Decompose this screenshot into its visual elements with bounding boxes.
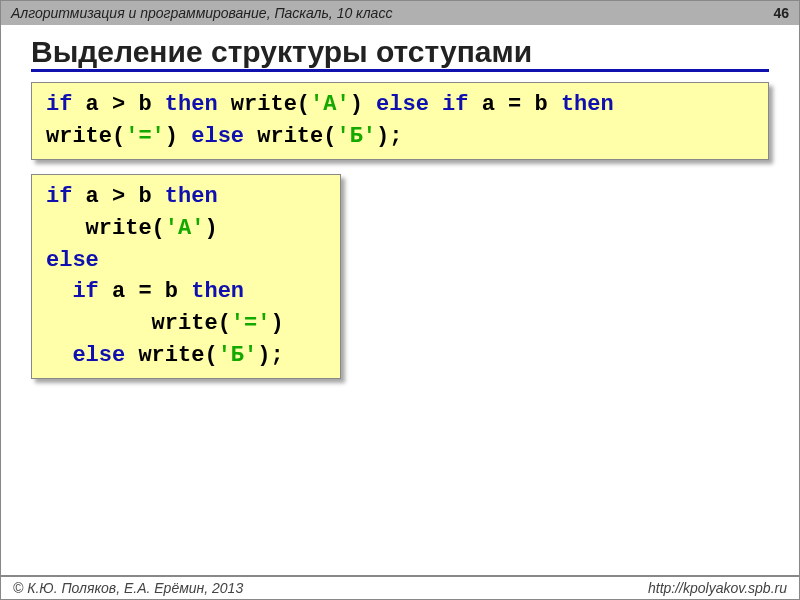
code-token: write( xyxy=(244,124,336,149)
code-token: ) xyxy=(165,124,191,149)
code-token: then xyxy=(561,92,614,117)
code-token: a = b xyxy=(469,92,561,117)
code-token: '=' xyxy=(231,311,271,336)
code-token: ); xyxy=(257,343,283,368)
slide-footer: © К.Ю. Поляков, Е.А. Ерёмин, 2013 http:/… xyxy=(1,575,799,599)
code-token: a = b xyxy=(99,279,191,304)
slide-header: Алгоритмизация и программирование, Паска… xyxy=(1,1,799,25)
code-token: if xyxy=(46,92,72,117)
code-token: write( xyxy=(46,311,231,336)
code-block-indented: if a > b then write('A') else if a = b t… xyxy=(31,174,341,379)
code-token: else xyxy=(376,92,429,117)
code-token: write( xyxy=(218,92,310,117)
code-block-inline: if a > b then write('A') else if a = b t… xyxy=(31,82,769,160)
code-token: ) xyxy=(270,311,283,336)
code-token xyxy=(46,343,72,368)
code-token: if xyxy=(442,92,468,117)
copyright-label: © К.Ю. Поляков, Е.А. Ерёмин, 2013 xyxy=(13,580,243,596)
code-token: if xyxy=(72,279,98,304)
code-token: then xyxy=(165,184,218,209)
code-token: '=' xyxy=(125,124,165,149)
slide-title: Выделение структуры отступами xyxy=(31,35,769,72)
code-token: then xyxy=(165,92,218,117)
code-token: ); xyxy=(376,124,402,149)
code-token: else xyxy=(72,343,125,368)
code-token: write( xyxy=(46,216,165,241)
code-token: 'A' xyxy=(165,216,205,241)
code-token xyxy=(46,279,72,304)
code-token: else xyxy=(46,248,99,273)
code-token: ) xyxy=(204,216,217,241)
course-label: Алгоритмизация и программирование, Паска… xyxy=(11,5,392,21)
code-token: 'A' xyxy=(310,92,350,117)
code-token: write( xyxy=(46,124,125,149)
code-token: if xyxy=(46,184,72,209)
code-token: 'Б' xyxy=(218,343,258,368)
footer-url: http://kpolyakov.spb.ru xyxy=(648,580,787,596)
code-token: write( xyxy=(125,343,217,368)
code-token: 'Б' xyxy=(336,124,376,149)
code-token xyxy=(429,92,442,117)
slide: Алгоритмизация и программирование, Паска… xyxy=(0,0,800,600)
code-token: then xyxy=(191,279,244,304)
code-token: ) xyxy=(350,92,376,117)
code-token: a > b xyxy=(72,184,164,209)
page-number: 46 xyxy=(773,5,789,21)
code-token: else xyxy=(191,124,244,149)
code-token: a > b xyxy=(72,92,164,117)
